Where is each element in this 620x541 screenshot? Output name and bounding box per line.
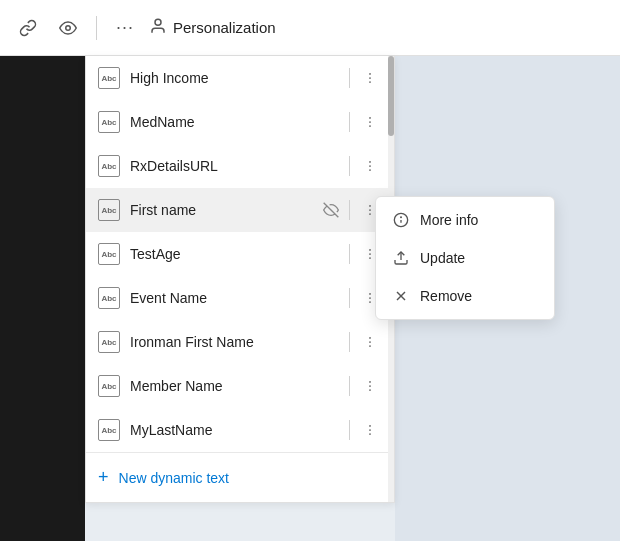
svg-point-8 [369,161,371,163]
close-icon [392,287,410,305]
abc-icon: Abc [98,111,120,133]
dropdown-item[interactable]: AbcIronman First Name [86,320,394,364]
item-label: Ironman First Name [130,334,345,350]
abc-icon: Abc [98,67,120,89]
item-more-button[interactable] [358,110,382,134]
dropdown-item[interactable]: AbcRxDetailsURL [86,144,394,188]
new-dynamic-text-row[interactable]: + New dynamic text [86,452,394,502]
svg-point-5 [369,117,371,119]
eye-slash-icon[interactable] [321,200,341,220]
svg-point-4 [369,81,371,83]
svg-point-10 [369,169,371,171]
eye-toolbar-icon[interactable] [52,12,84,44]
item-divider [349,376,350,396]
svg-point-6 [369,121,371,123]
item-divider [349,420,350,440]
abc-icon: Abc [98,199,120,221]
item-label: High Income [130,70,345,86]
item-divider [349,112,350,132]
svg-point-3 [369,77,371,79]
svg-point-2 [369,73,371,75]
person-icon [149,17,167,38]
svg-point-1 [155,19,161,25]
toolbar-divider [96,16,97,40]
svg-point-15 [369,249,371,251]
abc-icon: Abc [98,331,120,353]
item-more-button[interactable] [358,330,382,354]
svg-point-29 [369,433,371,435]
context-menu-more-info[interactable]: More info [376,201,554,239]
item-divider [349,244,350,264]
dropdown-item[interactable]: AbcEvent Name [86,276,394,320]
dropdown-item[interactable]: AbcFirst name [86,188,394,232]
svg-point-25 [369,385,371,387]
svg-point-18 [369,293,371,295]
item-divider [349,68,350,88]
context-menu-remove[interactable]: Remove [376,277,554,315]
dropdown-item[interactable]: AbcMedName [86,100,394,144]
context-menu-update[interactable]: Update [376,239,554,277]
dropdown-item[interactable]: AbcMyLastName [86,408,394,452]
abc-icon: Abc [98,287,120,309]
toolbar-title-area: Personalization [149,17,276,38]
svg-point-27 [369,425,371,427]
item-more-button[interactable] [358,66,382,90]
item-divider [349,200,350,220]
svg-point-0 [66,25,71,30]
more-info-label: More info [420,212,478,228]
toolbar: ··· Personalization [0,0,620,56]
item-label: Event Name [130,290,345,306]
item-more-button[interactable] [358,154,382,178]
item-actions [345,418,382,442]
svg-point-22 [369,341,371,343]
svg-point-19 [369,297,371,299]
item-label: MedName [130,114,345,130]
link-icon[interactable] [12,12,44,44]
upload-icon [392,249,410,267]
item-label: TestAge [130,246,345,262]
item-more-button[interactable] [358,374,382,398]
svg-point-14 [369,213,371,215]
item-actions [345,374,382,398]
scrollbar-thumb [388,56,394,136]
item-divider [349,332,350,352]
dropdown-list: AbcHigh Income AbcMedName AbcRxDetailsUR… [86,56,394,452]
personalization-dropdown: AbcHigh Income AbcMedName AbcRxDetailsUR… [85,56,395,503]
item-label: First name [130,202,321,218]
svg-point-13 [369,209,371,211]
item-more-button[interactable] [358,418,382,442]
item-actions [321,198,382,222]
svg-point-26 [369,389,371,391]
abc-icon: Abc [98,243,120,265]
dropdown-item[interactable]: AbcMember Name [86,364,394,408]
item-actions [345,66,382,90]
item-actions [345,154,382,178]
update-label: Update [420,250,465,266]
abc-icon: Abc [98,155,120,177]
svg-point-24 [369,381,371,383]
svg-point-28 [369,429,371,431]
item-actions [345,110,382,134]
item-divider [349,156,350,176]
remove-label: Remove [420,288,472,304]
item-label: MyLastName [130,422,345,438]
svg-point-16 [369,253,371,255]
background-image [0,0,85,541]
svg-point-7 [369,125,371,127]
svg-point-17 [369,257,371,259]
plus-icon: + [98,467,109,488]
abc-icon: Abc [98,375,120,397]
svg-point-20 [369,301,371,303]
info-icon [392,211,410,229]
toolbar-title-text: Personalization [173,19,276,36]
dropdown-item[interactable]: AbcTestAge [86,232,394,276]
svg-point-12 [369,205,371,207]
context-menu: More info Update Remove [375,196,555,320]
more-toolbar-icon[interactable]: ··· [109,12,141,44]
abc-icon: Abc [98,419,120,441]
item-label: Member Name [130,378,345,394]
dropdown-item[interactable]: AbcHigh Income [86,56,394,100]
svg-point-21 [369,337,371,339]
item-actions [345,330,382,354]
item-label: RxDetailsURL [130,158,345,174]
